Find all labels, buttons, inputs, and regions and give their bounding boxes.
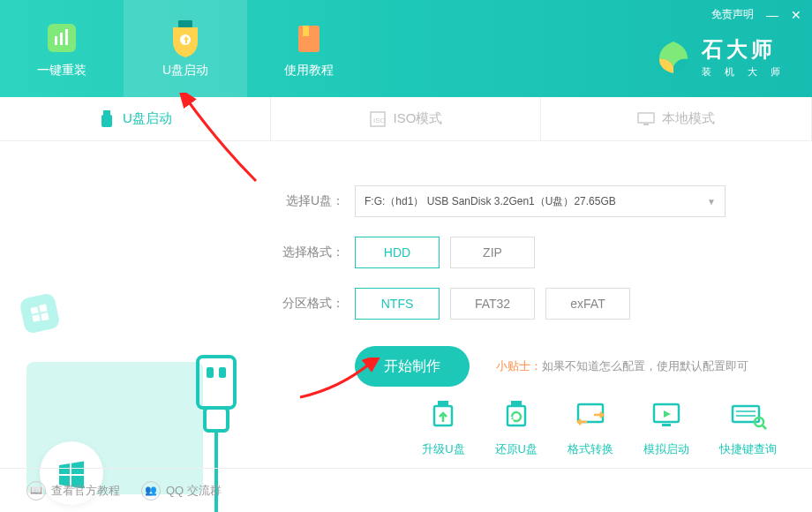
format-option-zip[interactable]: ZIP: [450, 237, 535, 268]
tab-label: 本地模式: [662, 110, 715, 127]
usb-icon: [98, 110, 116, 128]
nav-reinstall[interactable]: 一键重装: [0, 0, 124, 97]
tool-format-convert[interactable]: 格式转换: [568, 395, 613, 457]
tab-label: U盘启动: [123, 110, 172, 127]
svg-rect-3: [65, 29, 68, 45]
footer-link-label: QQ 交流群: [166, 483, 222, 499]
nav-tutorial[interactable]: 使用教程: [247, 0, 371, 97]
svg-rect-2: [60, 33, 63, 45]
book-icon: [289, 19, 328, 57]
tool-label: 快捷键查询: [719, 441, 777, 457]
tool-label: 模拟启动: [643, 441, 689, 457]
svg-rect-16: [32, 314, 40, 322]
tool-label: 升级U盘: [422, 441, 464, 457]
disclaimer-link[interactable]: 免责声明: [711, 7, 754, 22]
nav-usb-boot[interactable]: U盘启动: [124, 0, 247, 97]
tool-shortcut-lookup[interactable]: 快捷键查询: [719, 395, 777, 457]
restore-usb-icon: [497, 395, 536, 434]
iso-icon: ISO: [369, 110, 387, 128]
book-small-icon: 📖: [26, 481, 46, 501]
tip-label: 小贴士：: [496, 359, 542, 373]
svg-rect-7: [303, 26, 309, 36]
keyboard-search-icon: [729, 395, 768, 434]
svg-rect-9: [102, 115, 112, 127]
svg-rect-17: [41, 312, 49, 320]
svg-rect-21: [205, 408, 228, 431]
svg-rect-28: [662, 424, 671, 426]
tab-label: ISO模式: [394, 110, 443, 127]
brand-subtitle: 装 机 大 师: [702, 65, 786, 79]
monitor-icon: [637, 110, 655, 128]
svg-line-33: [763, 425, 766, 429]
brand: 石大师 装 机 大 师: [654, 35, 786, 79]
footer: 📖 查看官方教程 👥 QQ 交流群: [0, 468, 812, 512]
svg-rect-12: [638, 113, 654, 123]
usb-shield-icon: [166, 19, 205, 57]
upgrade-usb-icon: [424, 395, 462, 434]
qq-icon: 👥: [141, 481, 161, 501]
disk-select[interactable]: F:G:（hd1） USB SanDisk 3.2Gen1（U盘）27.65GB: [355, 185, 726, 217]
tool-upgrade-usb[interactable]: 升级U盘: [422, 395, 464, 457]
format-label: 选择格式：: [274, 245, 344, 260]
format-option-hdd[interactable]: HDD: [355, 237, 440, 268]
svg-rect-13: [643, 124, 649, 125]
svg-rect-19: [207, 367, 214, 378]
svg-rect-8: [103, 110, 110, 115]
nav-label: U盘启动: [162, 63, 208, 79]
disk-value: F:G:（hd1） USB SanDisk 3.2Gen1（U盘）27.65GB: [365, 194, 616, 209]
convert-icon: [571, 395, 610, 434]
footer-tutorial-link[interactable]: 📖 查看官方教程: [26, 481, 120, 501]
svg-rect-25: [508, 406, 525, 425]
start-button[interactable]: 开始制作: [355, 346, 470, 387]
tool-row: 升级U盘 还原U盘 格式转换 模拟启动 快捷键查询: [422, 395, 777, 457]
windows-badge-icon: [19, 292, 60, 334]
tab-local[interactable]: 本地模式: [541, 97, 812, 140]
svg-rect-20: [219, 367, 226, 378]
window-controls: 免责声明 — ✕: [711, 7, 801, 22]
partition-option-exfat[interactable]: exFAT: [545, 288, 630, 320]
svg-rect-1: [55, 36, 57, 45]
nav-label: 一键重装: [37, 63, 86, 79]
svg-rect-15: [39, 304, 47, 312]
tip-text: 小贴士：如果不知道怎么配置，使用默认配置即可: [496, 358, 748, 374]
tool-restore-usb[interactable]: 还原U盘: [495, 395, 538, 457]
footer-qq-link[interactable]: 👥 QQ 交流群: [141, 481, 222, 501]
partition-option-ntfs[interactable]: NTFS: [355, 288, 440, 320]
svg-rect-18: [198, 357, 235, 408]
tool-label: 还原U盘: [495, 441, 538, 457]
minimize-button[interactable]: —: [766, 8, 778, 22]
brand-title: 石大师: [702, 35, 786, 64]
svg-rect-14: [31, 306, 39, 314]
bar-chart-icon: [42, 19, 81, 57]
tool-simulate-boot[interactable]: 模拟启动: [643, 395, 689, 457]
disk-label: 选择U盘：: [274, 193, 344, 209]
svg-rect-4: [178, 20, 192, 27]
simulate-icon: [647, 395, 686, 434]
tool-label: 格式转换: [568, 441, 613, 457]
header: 一键重装 U盘启动 使用教程 免责声明 — ✕ 石大师 装 机 大 师: [0, 0, 812, 97]
footer-link-label: 查看官方教程: [51, 483, 120, 499]
mode-tabs: U盘启动 ISO ISO模式 本地模式: [0, 97, 812, 141]
partition-label: 分区格式：: [274, 296, 344, 312]
partition-option-fat32[interactable]: FAT32: [450, 288, 535, 320]
close-button[interactable]: ✕: [791, 8, 801, 22]
illustration: [0, 141, 274, 468]
svg-text:ISO: ISO: [373, 117, 386, 124]
nav-label: 使用教程: [284, 63, 334, 79]
tab-usb-boot[interactable]: U盘启动: [0, 97, 271, 140]
brand-logo-icon: [654, 38, 693, 77]
tab-iso[interactable]: ISO ISO模式: [271, 97, 542, 140]
svg-rect-26: [578, 404, 603, 422]
